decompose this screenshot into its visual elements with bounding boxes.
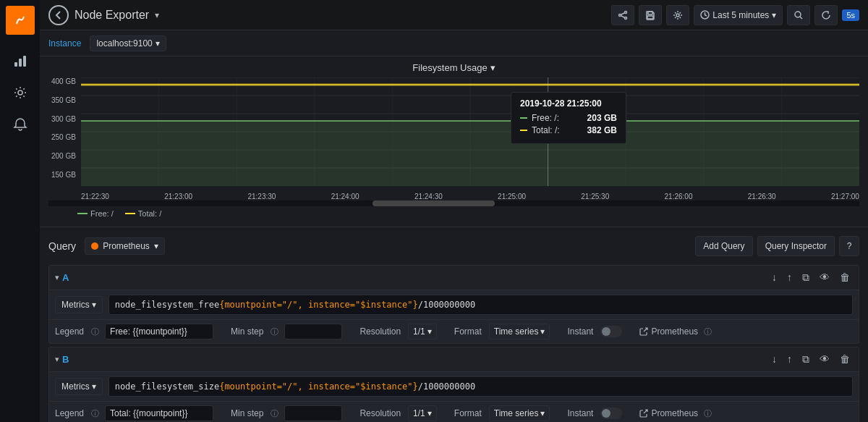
query-b-collapse-icon[interactable]: ▾ <box>55 355 59 364</box>
query-a-move-down[interactable]: ↓ <box>769 270 780 285</box>
refresh-button[interactable] <box>814 5 838 25</box>
legend-b-info[interactable]: ⓘ <box>91 408 99 419</box>
resolution-a-label: Resolution <box>359 326 401 337</box>
chart-title-chevron[interactable]: ▾ <box>490 62 495 73</box>
svg-point-6 <box>619 14 621 16</box>
query-a-move-up[interactable]: ↑ <box>784 270 795 285</box>
query-b-metrics-btn[interactable]: Metrics ▾ <box>55 378 103 395</box>
chart-title: Filesystem Usage ▾ <box>48 62 859 73</box>
minstep-a-input[interactable] <box>284 324 342 339</box>
time-range-picker[interactable]: Last 5 minutes ▾ <box>694 5 783 25</box>
prom-b-link[interactable]: Prometheus <box>639 408 698 418</box>
query-a-duplicate[interactable]: ⧉ <box>799 270 812 285</box>
instance-value: localhost:9100 <box>96 38 152 48</box>
query-a-actions: ↓ ↑ ⧉ 👁 🗑 <box>769 270 853 285</box>
query-a-collapse-icon[interactable]: ▾ <box>55 273 59 282</box>
expr-b-plain: node_filesystem_size <box>115 381 220 392</box>
datasource-dot <box>91 242 98 250</box>
chart-legend: Free: / Total: / <box>48 206 859 221</box>
x-label-7: 21:25:30 <box>581 193 609 201</box>
svg-rect-2 <box>19 59 22 67</box>
minstep-a-info[interactable]: ⓘ <box>271 326 278 337</box>
query-a-eye[interactable]: 👁 <box>817 270 833 285</box>
datasource-selector[interactable]: Prometheus ▾ <box>85 237 165 255</box>
dashboard-dropdown-icon[interactable]: ▾ <box>155 10 159 20</box>
metrics-b-chevron: ▾ <box>92 381 96 392</box>
sidebar-settings-icon[interactable] <box>7 80 33 106</box>
main-content: Node Exporter ▾ <box>40 0 868 422</box>
query-b-duplicate[interactable]: ⧉ <box>799 352 812 367</box>
legend-free: Free: / <box>77 209 114 218</box>
svg-rect-3 <box>23 56 26 67</box>
tooltip-total-color <box>520 130 527 131</box>
help-button[interactable]: ? <box>839 236 859 256</box>
format-a-select[interactable]: Time series ▾ <box>489 324 550 339</box>
x-label-3: 21:23:30 <box>247 193 276 201</box>
prom-a-info[interactable]: ⓘ <box>704 326 712 337</box>
query-section: Query Prometheus ▾ Add Query Query Inspe… <box>40 227 868 422</box>
prom-b-info[interactable]: ⓘ <box>704 408 712 419</box>
sidebar-logo[interactable] <box>6 6 35 35</box>
share-button[interactable] <box>611 5 634 25</box>
instant-b-knob <box>602 409 610 418</box>
minstep-b-label: Min step <box>231 408 263 418</box>
legend-total: Total: / <box>125 209 161 218</box>
query-b-delete[interactable]: 🗑 <box>837 352 853 367</box>
y-label-6: 150 GB <box>51 171 76 179</box>
resolution-a-select[interactable]: 1/1 ▾ <box>408 324 437 339</box>
query-inspector-button[interactable]: Query Inspector <box>757 236 835 256</box>
format-a-chevron: ▾ <box>540 326 545 337</box>
legend-a-input[interactable] <box>105 324 213 339</box>
legend-free-label: Free: / <box>90 209 114 218</box>
back-button[interactable] <box>48 5 69 25</box>
search-button[interactable] <box>787 5 810 25</box>
query-b-move-up[interactable]: ↑ <box>784 352 795 367</box>
chart-scrollbar[interactable] <box>48 201 859 206</box>
query-b-expr[interactable]: node_filesystem_size{mountpoint="/", ins… <box>109 376 853 397</box>
instant-b-label: Instant <box>567 408 593 418</box>
x-label-8: 21:26:00 <box>665 193 693 201</box>
legend-a-label: Legend <box>55 326 84 337</box>
minstep-b-info[interactable]: ⓘ <box>271 408 278 419</box>
prom-a-link[interactable]: Prometheus <box>639 326 698 337</box>
tooltip-free-label: Free: /: <box>532 113 559 123</box>
format-b-value: Time series <box>494 408 539 418</box>
resolution-b-select[interactable]: 1/1 ▾ <box>408 405 437 421</box>
query-b-move-down[interactable]: ↓ <box>769 352 780 367</box>
tooltip-total-label: Total: /: <box>532 125 560 135</box>
y-label-1: 400 GB <box>51 77 76 85</box>
chart-svg <box>81 77 859 186</box>
query-a-delete[interactable]: 🗑 <box>837 270 853 285</box>
svg-point-5 <box>625 11 627 13</box>
save-button[interactable] <box>639 5 662 25</box>
format-a-label: Format <box>454 326 482 337</box>
add-query-button[interactable]: Add Query <box>695 236 752 256</box>
instant-a-toggle[interactable] <box>600 326 622 337</box>
metrics-a-label: Metrics <box>61 300 90 310</box>
query-b-eye[interactable]: 👁 <box>817 352 833 367</box>
legend-b-input[interactable] <box>105 405 213 421</box>
format-b-select[interactable]: Time series ▾ <box>489 405 550 421</box>
metrics-a-chevron: ▾ <box>92 300 96 310</box>
sidebar-bell-icon[interactable] <box>7 111 33 138</box>
minstep-b-input[interactable] <box>284 405 342 421</box>
sidebar-chart-icon[interactable] <box>7 48 33 74</box>
tooltip-time: 2019-10-28 21:25:00 <box>520 98 617 109</box>
x-label-9: 21:26:30 <box>748 193 776 201</box>
query-a-expr[interactable]: node_filesystem_free{mountpoint="/", ins… <box>109 295 853 315</box>
format-a-value: Time series <box>494 326 539 337</box>
expr-a-suffix: /1000000000 <box>418 300 475 310</box>
settings-button[interactable] <box>666 5 689 25</box>
x-label-10: 21:27:00 <box>831 193 859 201</box>
topbar-right: Last 5 minutes ▾ 5s <box>611 5 859 25</box>
time-range-label: Last 5 minutes <box>712 10 769 20</box>
y-label-2: 350 GB <box>51 96 76 104</box>
svg-marker-30 <box>81 121 859 186</box>
instant-b-toggle[interactable] <box>600 408 622 419</box>
refresh-interval-badge[interactable]: 5s <box>842 9 859 21</box>
query-a-metrics-btn[interactable]: Metrics ▾ <box>55 296 103 313</box>
scrollbar-thumb[interactable] <box>373 201 494 206</box>
legend-a-info[interactable]: ⓘ <box>91 326 99 337</box>
sidebar <box>0 0 40 422</box>
instance-selector[interactable]: localhost:9100 ▾ <box>90 35 166 51</box>
